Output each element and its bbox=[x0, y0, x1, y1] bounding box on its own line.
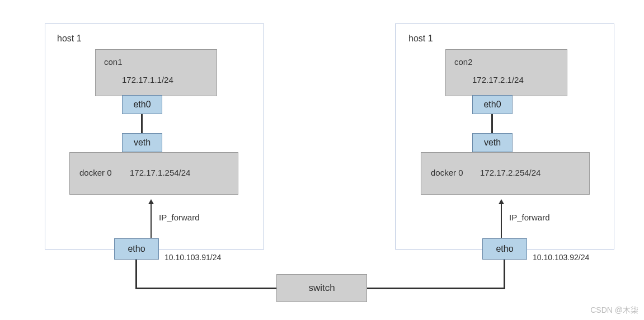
host-ip-2: 10.10.103.92/24 bbox=[533, 253, 589, 262]
host-label-1: host 1 bbox=[57, 34, 82, 44]
container-ip-1: 172.17.1.1/24 bbox=[122, 75, 173, 84]
forward-label-2: IP_forward bbox=[509, 213, 550, 222]
container-name-2: con2 bbox=[454, 57, 473, 67]
container-iface-label-1: eth0 bbox=[133, 100, 151, 110]
host-iface-label-2: etho bbox=[496, 244, 513, 254]
host-ip-1: 10.10.103.91/24 bbox=[164, 253, 221, 262]
conn-h2-v bbox=[504, 260, 505, 289]
conn-h2-h bbox=[367, 288, 505, 289]
arrow-forward-2 bbox=[499, 199, 504, 204]
arrow-forward-1 bbox=[148, 199, 154, 204]
watermark: CSDN @木柒 bbox=[590, 305, 638, 316]
container-ip-2: 172.17.2.1/24 bbox=[472, 75, 524, 84]
container-iface-1: eth0 bbox=[122, 95, 162, 114]
line-forward-1 bbox=[151, 204, 152, 238]
veth-label-1: veth bbox=[134, 138, 151, 148]
conn-h1-v bbox=[135, 260, 137, 289]
line-forward-2 bbox=[501, 204, 502, 238]
host-iface-1: etho bbox=[114, 238, 159, 260]
veth-label-2: veth bbox=[484, 138, 501, 148]
container-iface-label-2: eth0 bbox=[483, 100, 501, 110]
host-iface-label-1: etho bbox=[128, 244, 145, 254]
veth-box-1: veth bbox=[122, 133, 162, 152]
bridge-name-2: docker 0 bbox=[431, 168, 463, 177]
host-iface-2: etho bbox=[482, 238, 527, 260]
container-name-1: con1 bbox=[104, 57, 123, 67]
bridge-name-1: docker 0 bbox=[79, 168, 112, 177]
container-box-2 bbox=[445, 49, 567, 96]
bridge-ip-2: 172.17.2.254/24 bbox=[480, 168, 540, 177]
switch-box: switch bbox=[276, 274, 367, 302]
line-eth0-veth-1 bbox=[141, 114, 143, 133]
diagram-canvas: host 1 con1 172.17.1.1/24 eth0 veth dock… bbox=[0, 0, 644, 320]
container-iface-2: eth0 bbox=[472, 95, 513, 114]
line-eth0-veth-2 bbox=[491, 114, 493, 133]
veth-box-2: veth bbox=[472, 133, 513, 152]
conn-h1-h bbox=[135, 288, 276, 289]
forward-label-1: IP_forward bbox=[159, 213, 200, 222]
host-label-2: host 1 bbox=[408, 34, 433, 44]
switch-label: switch bbox=[308, 283, 335, 294]
bridge-ip-1: 172.17.1.254/24 bbox=[130, 168, 190, 177]
container-box-1 bbox=[95, 49, 217, 96]
